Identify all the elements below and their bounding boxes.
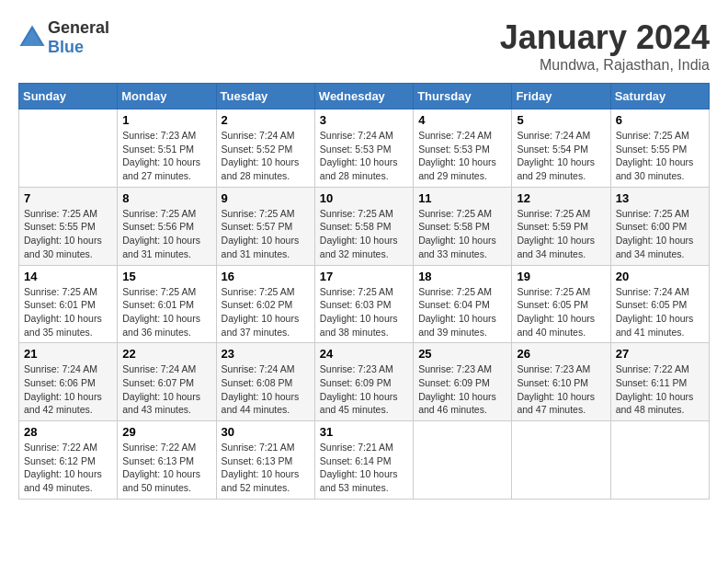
calendar-cell: 11Sunrise: 7:25 AM Sunset: 5:58 PM Dayli… <box>414 187 512 265</box>
calendar-cell: 18Sunrise: 7:25 AM Sunset: 6:04 PM Dayli… <box>414 265 512 343</box>
calendar-cell: 23Sunrise: 7:24 AM Sunset: 6:08 PM Dayli… <box>216 343 314 421</box>
calendar-cell: 21Sunrise: 7:24 AM Sunset: 6:06 PM Dayli… <box>19 343 118 421</box>
day-info: Sunrise: 7:25 AM Sunset: 6:05 PM Dayligh… <box>517 285 605 339</box>
calendar-cell: 15Sunrise: 7:25 AM Sunset: 6:01 PM Dayli… <box>118 265 216 343</box>
calendar-cell: 13Sunrise: 7:25 AM Sunset: 6:00 PM Dayli… <box>610 187 709 265</box>
calendar-cell: 30Sunrise: 7:21 AM Sunset: 6:13 PM Dayli… <box>216 421 314 500</box>
day-number: 21 <box>24 347 112 361</box>
day-info: Sunrise: 7:21 AM Sunset: 6:13 PM Dayligh… <box>222 441 310 495</box>
day-info: Sunrise: 7:25 AM Sunset: 6:04 PM Dayligh… <box>418 285 506 339</box>
day-info: Sunrise: 7:25 AM Sunset: 6:01 PM Dayligh… <box>24 285 112 339</box>
day-number: 28 <box>24 425 112 439</box>
calendar-cell: 9Sunrise: 7:25 AM Sunset: 5:57 PM Daylig… <box>216 187 314 265</box>
day-number: 2 <box>222 113 310 127</box>
logo: General Blue <box>18 18 109 57</box>
calendar-week-row: 7Sunrise: 7:25 AM Sunset: 5:55 PM Daylig… <box>19 187 710 265</box>
day-info: Sunrise: 7:24 AM Sunset: 5:54 PM Dayligh… <box>517 129 605 183</box>
location: Mundwa, Rajasthan, India <box>500 57 710 74</box>
title-block: January 2024 Mundwa, Rajasthan, India <box>500 18 710 74</box>
day-of-week-header: Tuesday <box>216 84 314 109</box>
day-info: Sunrise: 7:24 AM Sunset: 6:07 PM Dayligh… <box>122 362 210 417</box>
day-number: 20 <box>616 270 704 283</box>
month-year: January 2024 <box>500 18 710 57</box>
calendar-cell: 29Sunrise: 7:22 AM Sunset: 6:13 PM Dayli… <box>118 421 216 500</box>
logo-text-blue: Blue <box>48 38 84 56</box>
day-info: Sunrise: 7:22 AM Sunset: 6:12 PM Dayligh… <box>24 441 112 495</box>
calendar-body: 1Sunrise: 7:23 AM Sunset: 5:51 PM Daylig… <box>19 109 710 500</box>
day-info: Sunrise: 7:23 AM Sunset: 6:10 PM Dayligh… <box>517 362 605 417</box>
calendar-cell <box>19 109 118 188</box>
day-info: Sunrise: 7:25 AM Sunset: 5:57 PM Dayligh… <box>222 207 310 261</box>
calendar-header: SundayMondayTuesdayWednesdayThursdayFrid… <box>19 84 710 109</box>
day-info: Sunrise: 7:24 AM Sunset: 6:05 PM Dayligh… <box>616 285 704 339</box>
day-info: Sunrise: 7:25 AM Sunset: 6:01 PM Dayligh… <box>122 285 210 339</box>
day-number: 22 <box>122 347 210 361</box>
day-number: 9 <box>222 191 310 205</box>
day-of-week-header: Wednesday <box>314 84 413 109</box>
day-number: 14 <box>24 270 112 283</box>
calendar-week-row: 21Sunrise: 7:24 AM Sunset: 6:06 PM Dayli… <box>19 343 710 421</box>
day-info: Sunrise: 7:23 AM Sunset: 6:09 PM Dayligh… <box>320 362 408 417</box>
day-number: 30 <box>222 425 310 439</box>
calendar-week-row: 1Sunrise: 7:23 AM Sunset: 5:51 PM Daylig… <box>19 109 710 188</box>
day-info: Sunrise: 7:25 AM Sunset: 5:55 PM Dayligh… <box>24 207 112 261</box>
calendar-cell: 27Sunrise: 7:22 AM Sunset: 6:11 PM Dayli… <box>610 343 709 421</box>
calendar-cell <box>414 421 512 500</box>
day-number: 31 <box>320 425 408 439</box>
day-info: Sunrise: 7:22 AM Sunset: 6:11 PM Dayligh… <box>616 362 704 417</box>
day-number: 6 <box>616 113 704 127</box>
calendar-cell: 16Sunrise: 7:25 AM Sunset: 6:02 PM Dayli… <box>216 265 314 343</box>
day-number: 7 <box>24 191 112 205</box>
day-of-week-header: Sunday <box>19 84 118 109</box>
day-info: Sunrise: 7:24 AM Sunset: 5:52 PM Dayligh… <box>222 129 310 183</box>
calendar-cell <box>610 421 709 500</box>
calendar-cell: 4Sunrise: 7:24 AM Sunset: 5:53 PM Daylig… <box>414 109 512 188</box>
calendar-cell: 17Sunrise: 7:25 AM Sunset: 6:03 PM Dayli… <box>314 265 413 343</box>
calendar-cell: 26Sunrise: 7:23 AM Sunset: 6:10 PM Dayli… <box>512 343 610 421</box>
day-info: Sunrise: 7:25 AM Sunset: 5:55 PM Dayligh… <box>616 129 704 183</box>
day-info: Sunrise: 7:21 AM Sunset: 6:14 PM Dayligh… <box>320 441 408 495</box>
day-info: Sunrise: 7:25 AM Sunset: 5:56 PM Dayligh… <box>122 207 210 261</box>
calendar-cell: 1Sunrise: 7:23 AM Sunset: 5:51 PM Daylig… <box>118 109 216 188</box>
logo-icon <box>18 24 46 52</box>
day-of-week-header: Monday <box>118 84 216 109</box>
calendar-cell: 8Sunrise: 7:25 AM Sunset: 5:56 PM Daylig… <box>118 187 216 265</box>
day-number: 13 <box>616 191 704 205</box>
calendar-cell: 28Sunrise: 7:22 AM Sunset: 6:12 PM Dayli… <box>19 421 118 500</box>
calendar-cell <box>512 421 610 500</box>
day-number: 26 <box>517 347 605 361</box>
day-number: 4 <box>418 113 506 127</box>
header-row: SundayMondayTuesdayWednesdayThursdayFrid… <box>19 84 710 109</box>
page-header: General Blue January 2024 Mundwa, Rajast… <box>18 18 710 74</box>
calendar-table: SundayMondayTuesdayWednesdayThursdayFrid… <box>18 83 710 500</box>
day-number: 27 <box>616 347 704 361</box>
logo-text-general: General <box>48 18 109 37</box>
calendar-cell: 31Sunrise: 7:21 AM Sunset: 6:14 PM Dayli… <box>314 421 413 500</box>
calendar-cell: 22Sunrise: 7:24 AM Sunset: 6:07 PM Dayli… <box>118 343 216 421</box>
day-number: 15 <box>122 270 210 283</box>
day-number: 25 <box>418 347 506 361</box>
day-info: Sunrise: 7:24 AM Sunset: 6:06 PM Dayligh… <box>24 362 112 417</box>
day-number: 17 <box>320 270 408 283</box>
day-number: 5 <box>517 113 605 127</box>
day-number: 16 <box>222 270 310 283</box>
day-number: 18 <box>418 270 506 283</box>
calendar-cell: 10Sunrise: 7:25 AM Sunset: 5:58 PM Dayli… <box>314 187 413 265</box>
day-number: 10 <box>320 191 408 205</box>
day-number: 29 <box>122 425 210 439</box>
day-info: Sunrise: 7:22 AM Sunset: 6:13 PM Dayligh… <box>122 441 210 495</box>
day-info: Sunrise: 7:25 AM Sunset: 6:02 PM Dayligh… <box>222 285 310 339</box>
calendar-cell: 7Sunrise: 7:25 AM Sunset: 5:55 PM Daylig… <box>19 187 118 265</box>
day-number: 8 <box>122 191 210 205</box>
day-info: Sunrise: 7:25 AM Sunset: 5:59 PM Dayligh… <box>517 207 605 261</box>
calendar-week-row: 14Sunrise: 7:25 AM Sunset: 6:01 PM Dayli… <box>19 265 710 343</box>
calendar-cell: 20Sunrise: 7:24 AM Sunset: 6:05 PM Dayli… <box>610 265 709 343</box>
day-info: Sunrise: 7:24 AM Sunset: 5:53 PM Dayligh… <box>320 129 408 183</box>
day-of-week-header: Friday <box>512 84 610 109</box>
calendar-week-row: 28Sunrise: 7:22 AM Sunset: 6:12 PM Dayli… <box>19 421 710 500</box>
day-info: Sunrise: 7:25 AM Sunset: 5:58 PM Dayligh… <box>418 207 506 261</box>
day-info: Sunrise: 7:24 AM Sunset: 6:08 PM Dayligh… <box>222 362 310 417</box>
day-number: 1 <box>122 113 210 127</box>
calendar-cell: 14Sunrise: 7:25 AM Sunset: 6:01 PM Dayli… <box>19 265 118 343</box>
day-info: Sunrise: 7:23 AM Sunset: 6:09 PM Dayligh… <box>418 362 506 417</box>
